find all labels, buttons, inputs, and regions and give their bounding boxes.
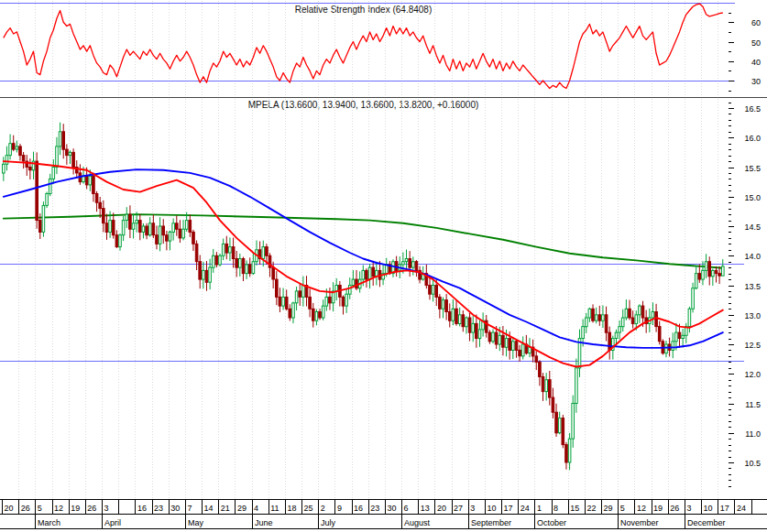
month-label-june: June [255,518,273,527]
price-tick-label: 16.0 [744,134,761,143]
week-label: 20 [5,504,14,513]
month-label-march: March [38,518,60,527]
month-label-august: August [404,518,431,527]
week-label: 9 [337,504,342,513]
week-label: 16 [137,504,147,513]
price-tick-label: 14.5 [744,223,761,232]
week-label: 19 [71,504,80,513]
week-label: 23 [154,504,163,513]
week-label: 29 [604,504,613,513]
price-tick-label: 11.5 [745,400,761,409]
month-label-november: November [620,518,659,527]
month-label-october: October [537,518,566,527]
price-tick-label: 16.5 [744,104,761,114]
chart-canvas[interactable]: 6050403016.516.015.515.014.514.013.513.0… [0,0,767,532]
week-label: 6 [404,504,409,513]
price-tick-label: 14.0 [744,252,761,261]
week-label: 2 [321,504,325,513]
week-label: 29 [237,504,247,513]
chart-window: Relative Strength Index (64.8408) MPELA … [0,0,767,532]
price-tick-label: 15.0 [744,193,761,202]
week-label: 3 [687,504,692,513]
week-label: 12 [54,504,63,513]
week-label: 14 [204,504,214,513]
week-label: 27 [454,504,463,513]
week-label: 26 [670,504,679,513]
rsi-tick-label: 40 [751,58,761,67]
rsi-tick-label: 50 [751,38,761,48]
month-label-july: July [321,518,336,527]
week-label: 22 [586,504,596,513]
price-tick-label: 13.5 [744,282,761,291]
week-label: 23 [370,504,379,513]
week-label: 5 [38,504,42,513]
week-label: 1 [537,504,542,513]
week-label: 11 [270,504,279,513]
rsi-tick-label: 30 [751,77,761,86]
week-label: 10 [704,504,713,513]
week-label: 8 [553,504,558,513]
month-label-december: December [687,518,726,527]
week-label: 3 [104,504,109,513]
week-label: 13 [421,504,430,513]
price-tick-label: 15.5 [744,164,761,173]
week-label: 19 [653,504,663,513]
week-label: 17 [720,504,729,513]
price-tick-label: 11.0 [745,429,761,439]
price-tick-label: 13.0 [744,311,761,320]
month-label-april: April [104,518,121,527]
week-label: 16 [354,504,363,513]
week-label: 3 [470,504,475,513]
rsi-tick-label: 60 [751,18,761,27]
week-label: 10 [487,504,496,513]
price-plot-area[interactable] [0,98,727,499]
week-label: 15 [570,504,579,513]
x-axis: 2026512192631623307142129411182529162330… [0,500,767,529]
week-label: 24 [737,504,746,513]
week-label: 4 [254,504,258,513]
month-label-may: May [188,518,204,527]
week-label: 26 [87,504,96,513]
price-tick-label: 12.5 [744,341,761,350]
week-label: 5 [620,504,625,513]
price-tick-label: 10.5 [744,459,761,468]
week-label: 7 [187,504,192,513]
week-label: 17 [504,504,513,513]
week-label: 25 [304,504,313,513]
week-label: 18 [287,504,296,513]
rsi-y-axis: 60504030 [729,14,762,92]
week-label: 21 [221,504,230,513]
week-label: 30 [170,504,180,513]
week-label: 30 [387,504,396,513]
week-label: 12 [637,504,646,513]
week-label: 26 [21,504,30,513]
week-label: 24 [520,504,530,513]
price-tick-label: 12.0 [744,370,761,379]
week-label: 20 [437,504,446,513]
price-y-axis: 16.516.015.515.014.514.013.513.012.512.0… [729,103,762,487]
month-label-september: September [471,518,511,527]
